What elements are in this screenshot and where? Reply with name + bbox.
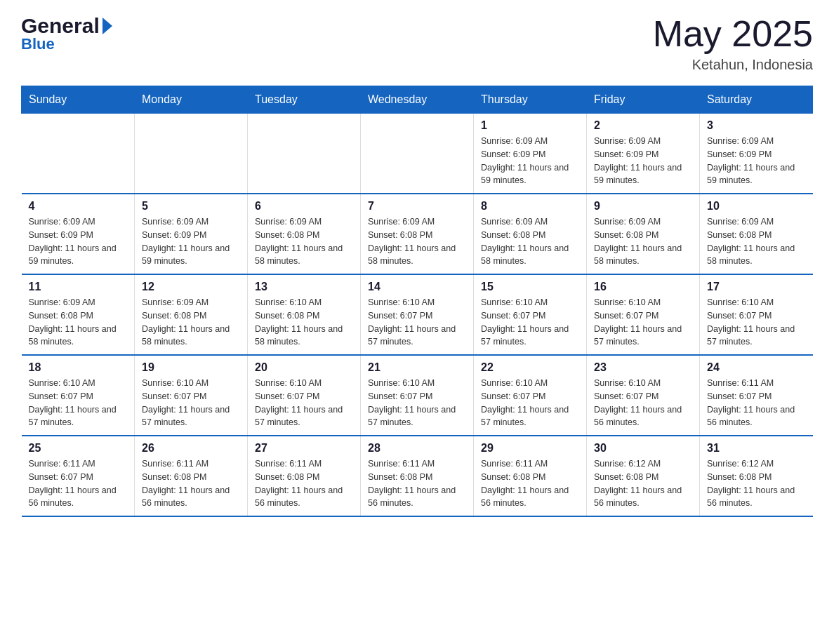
calendar-header: SundayMondayTuesdayWednesdayThursdayFrid… (22, 86, 813, 114)
calendar-cell: 2Sunrise: 6:09 AM Sunset: 6:09 PM Daylig… (587, 114, 700, 194)
logo-general: General (21, 14, 112, 38)
day-info: Sunrise: 6:10 AM Sunset: 6:07 PM Dayligh… (368, 296, 466, 349)
day-info: Sunrise: 6:11 AM Sunset: 6:08 PM Dayligh… (142, 457, 240, 510)
day-info: Sunrise: 6:12 AM Sunset: 6:08 PM Dayligh… (594, 457, 692, 510)
calendar-cell: 8Sunrise: 6:09 AM Sunset: 6:08 PM Daylig… (474, 194, 587, 274)
calendar-title: May 2025 (653, 14, 813, 54)
calendar-cell: 29Sunrise: 6:11 AM Sunset: 6:08 PM Dayli… (474, 436, 587, 516)
calendar-week-row: 1Sunrise: 6:09 AM Sunset: 6:09 PM Daylig… (22, 114, 813, 194)
day-number: 19 (142, 361, 240, 374)
weekday-header-row: SundayMondayTuesdayWednesdayThursdayFrid… (22, 86, 813, 114)
day-info: Sunrise: 6:11 AM Sunset: 6:08 PM Dayligh… (255, 457, 353, 510)
calendar-cell: 23Sunrise: 6:10 AM Sunset: 6:07 PM Dayli… (587, 355, 700, 436)
calendar-cell: 25Sunrise: 6:11 AM Sunset: 6:07 PM Dayli… (22, 436, 135, 516)
calendar-cell: 20Sunrise: 6:10 AM Sunset: 6:07 PM Dayli… (248, 355, 361, 436)
weekday-header-wednesday: Wednesday (361, 86, 474, 114)
day-number: 13 (255, 281, 353, 293)
day-number: 23 (594, 361, 692, 374)
day-info: Sunrise: 6:10 AM Sunset: 6:07 PM Dayligh… (707, 296, 806, 349)
calendar-cell: 22Sunrise: 6:10 AM Sunset: 6:07 PM Dayli… (474, 355, 587, 436)
weekday-header-tuesday: Tuesday (248, 86, 361, 114)
day-info: Sunrise: 6:10 AM Sunset: 6:07 PM Dayligh… (481, 377, 579, 429)
day-info: Sunrise: 6:11 AM Sunset: 6:08 PM Dayligh… (368, 457, 466, 510)
day-number: 20 (255, 361, 353, 374)
day-number: 29 (481, 442, 579, 455)
day-info: Sunrise: 6:10 AM Sunset: 6:07 PM Dayligh… (255, 377, 353, 429)
calendar-cell: 6Sunrise: 6:09 AM Sunset: 6:08 PM Daylig… (248, 194, 361, 274)
day-info: Sunrise: 6:09 AM Sunset: 6:08 PM Dayligh… (481, 215, 579, 268)
calendar-cell (248, 114, 361, 194)
calendar-cell: 1Sunrise: 6:09 AM Sunset: 6:09 PM Daylig… (474, 114, 587, 194)
day-number: 4 (29, 200, 128, 213)
calendar-cell: 5Sunrise: 6:09 AM Sunset: 6:09 PM Daylig… (135, 194, 248, 274)
calendar-cell: 30Sunrise: 6:12 AM Sunset: 6:08 PM Dayli… (587, 436, 700, 516)
day-number: 17 (707, 281, 806, 293)
calendar-cell: 3Sunrise: 6:09 AM Sunset: 6:09 PM Daylig… (700, 114, 813, 194)
logo-general-text: General (21, 14, 100, 38)
logo-arrow-icon (102, 18, 112, 34)
day-info: Sunrise: 6:09 AM Sunset: 6:08 PM Dayligh… (142, 296, 240, 349)
day-number: 15 (481, 281, 579, 293)
day-info: Sunrise: 6:10 AM Sunset: 6:07 PM Dayligh… (594, 377, 692, 429)
day-info: Sunrise: 6:10 AM Sunset: 6:08 PM Dayligh… (255, 296, 353, 349)
calendar-cell: 31Sunrise: 6:12 AM Sunset: 6:08 PM Dayli… (700, 436, 813, 516)
day-number: 22 (481, 361, 579, 374)
day-info: Sunrise: 6:09 AM Sunset: 6:09 PM Dayligh… (481, 135, 579, 187)
calendar-week-row: 4Sunrise: 6:09 AM Sunset: 6:09 PM Daylig… (22, 194, 813, 274)
calendar-cell: 16Sunrise: 6:10 AM Sunset: 6:07 PM Dayli… (587, 274, 700, 355)
calendar-table: SundayMondayTuesdayWednesdayThursdayFrid… (21, 86, 813, 517)
day-number: 5 (142, 200, 240, 213)
day-info: Sunrise: 6:11 AM Sunset: 6:08 PM Dayligh… (481, 457, 579, 510)
day-info: Sunrise: 6:10 AM Sunset: 6:07 PM Dayligh… (481, 296, 579, 349)
day-number: 6 (255, 200, 353, 213)
day-number: 25 (29, 442, 128, 455)
day-info: Sunrise: 6:09 AM Sunset: 6:08 PM Dayligh… (594, 215, 692, 268)
day-info: Sunrise: 6:10 AM Sunset: 6:07 PM Dayligh… (142, 377, 240, 429)
day-number: 21 (368, 361, 466, 374)
day-info: Sunrise: 6:09 AM Sunset: 6:08 PM Dayligh… (707, 215, 806, 268)
day-number: 10 (707, 200, 806, 213)
day-number: 7 (368, 200, 466, 213)
weekday-header-saturday: Saturday (700, 86, 813, 114)
calendar-week-row: 18Sunrise: 6:10 AM Sunset: 6:07 PM Dayli… (22, 355, 813, 436)
calendar-cell: 14Sunrise: 6:10 AM Sunset: 6:07 PM Dayli… (361, 274, 474, 355)
weekday-header-thursday: Thursday (474, 86, 587, 114)
calendar-cell: 18Sunrise: 6:10 AM Sunset: 6:07 PM Dayli… (22, 355, 135, 436)
day-number: 3 (707, 119, 806, 132)
calendar-body: 1Sunrise: 6:09 AM Sunset: 6:09 PM Daylig… (22, 114, 813, 517)
day-number: 26 (142, 442, 240, 455)
day-number: 27 (255, 442, 353, 455)
calendar-cell: 21Sunrise: 6:10 AM Sunset: 6:07 PM Dayli… (361, 355, 474, 436)
logo-blue-text: Blue (21, 35, 55, 53)
day-info: Sunrise: 6:11 AM Sunset: 6:07 PM Dayligh… (29, 457, 128, 510)
day-number: 2 (594, 119, 692, 132)
day-number: 28 (368, 442, 466, 455)
day-info: Sunrise: 6:10 AM Sunset: 6:07 PM Dayligh… (594, 296, 692, 349)
calendar-cell: 24Sunrise: 6:11 AM Sunset: 6:07 PM Dayli… (700, 355, 813, 436)
weekday-header-friday: Friday (587, 86, 700, 114)
day-info: Sunrise: 6:09 AM Sunset: 6:08 PM Dayligh… (29, 296, 128, 349)
calendar-cell: 26Sunrise: 6:11 AM Sunset: 6:08 PM Dayli… (135, 436, 248, 516)
location-subtitle: Ketahun, Indonesia (653, 57, 813, 73)
calendar-week-row: 11Sunrise: 6:09 AM Sunset: 6:08 PM Dayli… (22, 274, 813, 355)
logo: General Blue (21, 14, 112, 53)
day-number: 9 (594, 200, 692, 213)
calendar-cell: 11Sunrise: 6:09 AM Sunset: 6:08 PM Dayli… (22, 274, 135, 355)
day-number: 1 (481, 119, 579, 132)
calendar-cell: 7Sunrise: 6:09 AM Sunset: 6:08 PM Daylig… (361, 194, 474, 274)
day-info: Sunrise: 6:10 AM Sunset: 6:07 PM Dayligh… (29, 377, 128, 429)
day-number: 24 (707, 361, 806, 374)
weekday-header-sunday: Sunday (22, 86, 135, 114)
day-info: Sunrise: 6:11 AM Sunset: 6:07 PM Dayligh… (707, 377, 806, 429)
calendar-cell: 9Sunrise: 6:09 AM Sunset: 6:08 PM Daylig… (587, 194, 700, 274)
day-number: 31 (707, 442, 806, 455)
day-info: Sunrise: 6:12 AM Sunset: 6:08 PM Dayligh… (707, 457, 806, 510)
day-number: 14 (368, 281, 466, 293)
day-info: Sunrise: 6:09 AM Sunset: 6:09 PM Dayligh… (29, 215, 128, 268)
day-info: Sunrise: 6:09 AM Sunset: 6:08 PM Dayligh… (368, 215, 466, 268)
day-info: Sunrise: 6:09 AM Sunset: 6:09 PM Dayligh… (142, 215, 240, 268)
day-number: 8 (481, 200, 579, 213)
calendar-cell: 17Sunrise: 6:10 AM Sunset: 6:07 PM Dayli… (700, 274, 813, 355)
day-info: Sunrise: 6:10 AM Sunset: 6:07 PM Dayligh… (368, 377, 466, 429)
page-header: General Blue May 2025 Ketahun, Indonesia (21, 14, 813, 73)
